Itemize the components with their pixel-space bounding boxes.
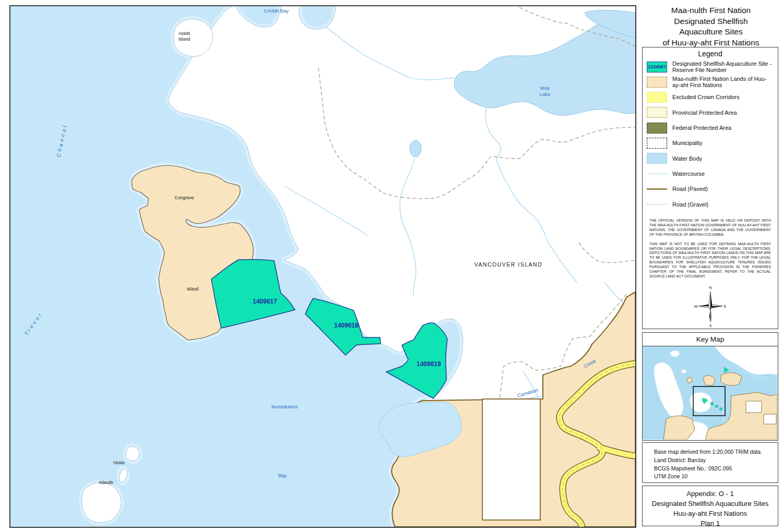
federal-protected-area-swatch [647,123,667,134]
legend-item-excluded-crown-corridors: Excluded Crown Corridors [647,92,774,103]
compass-n: N [709,286,711,289]
legend-item-label: Federal Protected Area [672,125,731,131]
key-map-canvas [643,346,777,440]
legend-item-label: Provincial Protected Area [672,110,737,116]
appendix-line: Appendix: O - 1 [643,489,778,499]
base-map-info-line: Land District: Barclay [654,456,773,465]
base-map-info-line: BCGS Mapsheet No.: 092C.095 [654,465,773,473]
hosie-island-large [81,482,121,523]
usage-disclaimer: THIS MAP IS NOT TO BE USED FOR DEFINING … [649,242,771,280]
main-map: 1409617 1409618 1409619 Crickitt Bay Ass… [9,5,636,528]
legend-item-watercourse: Watercourse [647,168,774,179]
legend-item-provincial-protected-area: Provincial Protected Area [647,107,774,118]
legend-item-label: Municipality [672,140,702,146]
hosie-label: Hosie [113,460,125,465]
excluded-crown-corridors-swatch [647,92,667,103]
water-body-swatch [647,153,667,164]
legend-item-road-paved: Road (Paved) [647,183,774,195]
legend-item-label: Road (Paved) [672,186,708,192]
compass-s: S [709,324,711,328]
legend-item-label: Designated Shellfish Aquaculture Site - … [672,61,774,74]
map-title-line: Aquaculture Sites [643,27,779,38]
legend-item-label: Watercourse [672,171,705,177]
legend-item-aquaculture-site: 1234567 Designated Shellfish Aquaculture… [647,61,774,72]
site-1409618-label: 1409618 [334,322,359,329]
may-lake-label-1: May [540,85,550,91]
legend-heading: Legend [643,50,778,58]
compass-e: E [723,305,726,308]
compass-w: W [694,305,697,308]
map-title-line: Designated Shellfish [643,16,779,27]
key-map-heading: Key Map [643,333,778,346]
main-map-canvas: 1409617 1409618 1409619 Crickitt Bay Ass… [10,6,635,527]
first-nation-lands-swatch [647,77,667,88]
legend-item-federal-protected-area: Federal Protected Area [647,122,774,134]
legend-item-label: Water Body [672,155,702,162]
aquaculture-site-swatch: 1234567 [647,62,667,72]
municipality-swatch [647,138,667,149]
base-map-info-line: Base map derived from 1:20,000 TRIM data [654,448,773,456]
bay-label: Bay [278,473,287,478]
legend-item-label: Road (Gravel) [672,201,708,208]
legend-item-label: Maa-nulth First Nation Lands of Huu-ay-a… [672,76,774,89]
congreve-label: Congreve [175,195,194,200]
pond [410,140,421,157]
assits-island-label-2: Island [179,37,191,42]
legend-items: 1234567 Designated Shellfish Aquaculture… [647,61,774,210]
map-title: Maa-nulth First Nation Designated Shellf… [643,5,779,48]
congreve-island-label: Island [187,286,199,292]
assits-island-label-1: Assits [179,31,191,36]
base-map-info-panel: Base map derived from 1:20,000 TRIM data… [642,442,778,483]
compass-rose-graphic: N S E W [694,284,727,329]
base-map-info-line: UTM Zone 10 [654,473,773,481]
hosie-islet [126,446,139,461]
provincial-protected-area-swatch [647,107,667,118]
vancouver-island-label: VANCOUVER ISLAND [474,261,543,268]
appendix-line: Huu-ay-aht First Nations [643,509,778,519]
legend-item-water-body: Water Body [647,153,774,164]
site-1409617-label: 1409617 [253,298,277,305]
appendix-line: Designated Shellfish Aquaculture Sites [643,499,778,509]
site-1409619-label: 1409619 [417,360,441,368]
parcel-cutout [482,399,540,520]
compass-rose: N S E W [643,284,778,331]
may-lake-label-2: Lake [540,91,551,97]
legend-item-road-gravel: Road (Gravel) [647,199,774,210]
crickitt-bay-label: Crickitt Bay [264,8,289,14]
key-map-panel: Key Map [642,332,778,441]
numukamis-label: Numukamis [271,404,298,409]
legend-panel: Legend 1234567 Designated Shellfish Aqua… [642,47,778,329]
legend-item-label: Excluded Crown Corridors [672,94,739,100]
appendix-panel: Appendix: O - 1 Designated Shellfish Aqu… [642,486,778,526]
appendix-line: Plan 1 [643,519,778,529]
legend-item-first-nation-lands: Maa-nulth First Nation Lands of Huu-ay-a… [647,76,774,88]
legend-item-municipality: Municipality [647,137,774,149]
official-version-disclaimer: THE OFFICIAL VERSION OF THIS MAP IS HELD… [649,219,771,237]
map-title-line: Maa-nulth First Nation [643,5,779,16]
islands-label: Islands [99,480,113,485]
